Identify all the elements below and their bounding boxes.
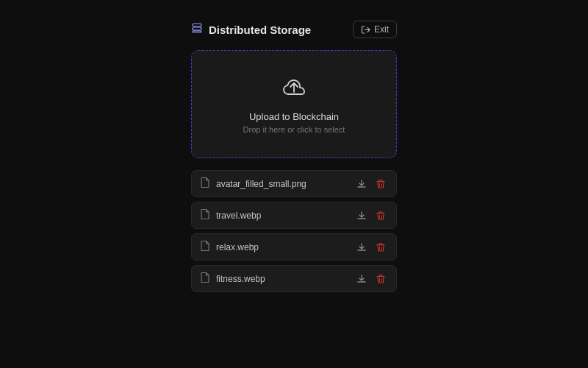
file-row: avatar_filled_small.png — [191, 170, 397, 197]
file-name: avatar_filled_small.png — [216, 179, 306, 189]
file-info: avatar_filled_small.png — [201, 177, 306, 191]
upload-title: Upload to Blockchain — [249, 111, 339, 122]
database-icon — [191, 22, 203, 37]
file-list: avatar_filled_small.png — [191, 170, 397, 292]
file-name: travel.webp — [216, 210, 261, 221]
svg-rect-2 — [193, 31, 201, 32]
file-name: fitness.webp — [216, 274, 265, 284]
upload-zone[interactable]: Upload to Blockchain Drop it here or cli… — [191, 50, 397, 158]
file-icon — [201, 177, 210, 191]
svg-rect-0 — [193, 24, 201, 26]
file-row: fitness.webp — [191, 265, 397, 292]
main-content: Upload to Blockchain Drop it here or cli… — [0, 50, 588, 292]
delete-button[interactable] — [374, 272, 387, 286]
header-left: Distributed Storage — [191, 22, 311, 37]
file-row: travel.webp — [191, 202, 397, 229]
file-actions — [355, 177, 387, 191]
file-icon — [201, 272, 210, 286]
upload-icon — [281, 74, 307, 104]
file-row: relax.webp — [191, 233, 397, 261]
download-button[interactable] — [355, 241, 368, 254]
delete-button[interactable] — [374, 177, 387, 191]
file-icon — [201, 208, 210, 222]
download-button[interactable] — [355, 272, 368, 286]
file-name: relax.webp — [216, 242, 259, 252]
file-actions — [355, 241, 387, 254]
file-actions — [355, 272, 387, 286]
delete-button[interactable] — [374, 241, 387, 254]
file-icon — [201, 240, 210, 254]
download-button[interactable] — [355, 177, 368, 191]
exit-button[interactable]: Exit — [353, 21, 397, 38]
upload-subtitle: Drop it here or click to select — [243, 125, 345, 134]
file-info: travel.webp — [201, 208, 261, 222]
header: Distributed Storage Exit — [0, 0, 588, 50]
svg-rect-1 — [193, 27, 201, 30]
file-info: relax.webp — [201, 240, 259, 254]
page-title: Distributed Storage — [209, 24, 311, 36]
download-button[interactable] — [355, 209, 368, 222]
file-info: fitness.webp — [201, 272, 265, 286]
delete-button[interactable] — [374, 209, 387, 222]
file-actions — [355, 209, 387, 222]
